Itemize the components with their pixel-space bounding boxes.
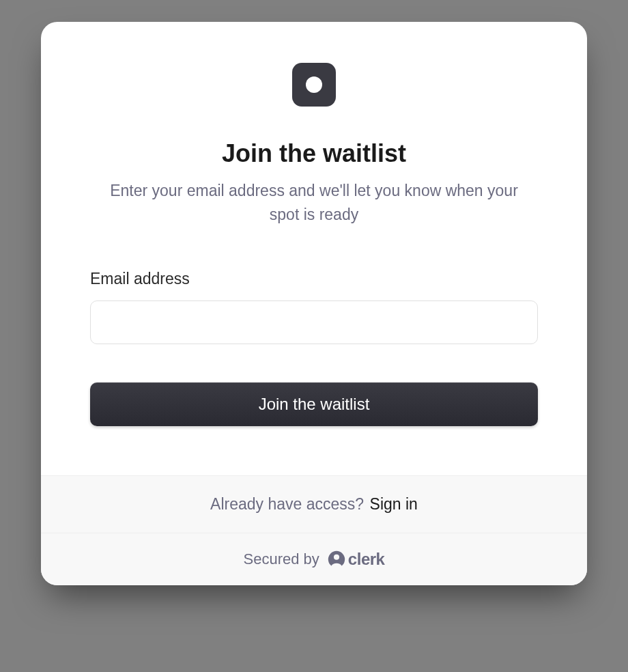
card-footer-access: Already have access? Sign in xyxy=(41,475,587,533)
page-subtitle: Enter your email address and we'll let y… xyxy=(109,179,519,226)
svg-point-0 xyxy=(306,76,322,93)
page-title: Join the waitlist xyxy=(222,139,406,168)
already-have-access-text: Already have access? xyxy=(210,495,364,513)
card-footer-secured: Secured by clerk xyxy=(41,533,587,585)
email-label: Email address xyxy=(90,270,538,288)
join-waitlist-button[interactable]: Join the waitlist xyxy=(90,382,538,426)
email-input[interactable] xyxy=(90,300,538,344)
secured-by-text: Secured by xyxy=(244,550,319,568)
email-form-group: Email address xyxy=(90,270,538,344)
clerk-brand-text: clerk xyxy=(348,550,385,569)
waitlist-card: Join the waitlist Enter your email addre… xyxy=(41,22,587,585)
svg-point-2 xyxy=(334,555,339,560)
sign-in-link[interactable]: Sign in xyxy=(370,495,418,513)
card-main: Join the waitlist Enter your email addre… xyxy=(41,22,587,475)
app-logo-icon xyxy=(292,63,336,107)
clerk-icon xyxy=(328,550,345,568)
clerk-logo: clerk xyxy=(328,550,385,569)
